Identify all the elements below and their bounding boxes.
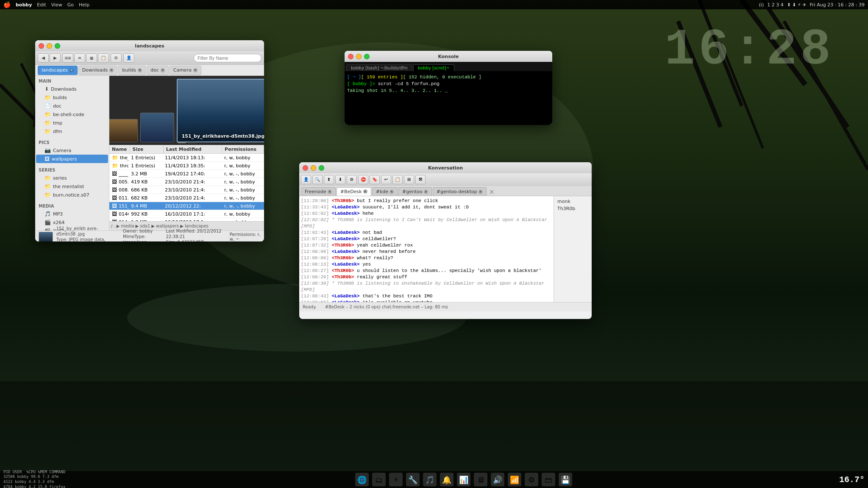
tab-kde-close[interactable]: × (389, 190, 394, 194)
col-date[interactable]: Last Modified (164, 145, 222, 153)
path-landscapes[interactable]: landscapes (185, 224, 209, 228)
dolphin-close-btn[interactable] (39, 43, 44, 49)
sidebar-item-tmp[interactable]: 📁 tmp (36, 119, 108, 127)
konsole-body[interactable]: [ ~ ][ 159 entries ][ 152 hidden, 0 exec… (345, 71, 552, 125)
forward-button[interactable]: ▶ (50, 53, 61, 63)
konversation-close-btn[interactable] (303, 165, 308, 171)
settings-button[interactable]: ⚙ (111, 53, 122, 63)
menubar-go[interactable]: Go (67, 2, 74, 8)
breadcrumb-doc-close[interactable]: × (161, 68, 165, 72)
chat-user-monk[interactable]: monk (556, 198, 590, 205)
taskbar-icon-12[interactable]: 💾 (559, 473, 572, 486)
dolphin-min-btn[interactable] (47, 43, 52, 49)
chat-grid-btn[interactable]: ⊞ (404, 175, 414, 184)
sidebar-item-doc[interactable]: 📄 doc (36, 102, 108, 110)
taskbar-icon-11[interactable]: 🗃 (542, 473, 555, 486)
menubar-help[interactable]: Help (79, 2, 89, 8)
menubar-view[interactable]: View (51, 2, 62, 8)
menubar-edit[interactable]: Edit (37, 2, 46, 8)
chat-nick-btn[interactable]: 👤 (301, 175, 311, 184)
chat-down-btn[interactable]: ⬇ (335, 175, 345, 184)
breadcrumb-landscapes-close[interactable]: × (70, 68, 74, 72)
path-media[interactable]: media (121, 224, 134, 228)
chat-bookmark-btn[interactable]: 🔖 (370, 175, 380, 184)
chat-messages-pane[interactable]: [11:29:00] <Th3R0b> but I really prefer … (299, 196, 554, 302)
breadcrumb-downloads-close[interactable]: × (109, 68, 114, 72)
taskbar-icon-2[interactable]: ⚡ (389, 473, 403, 486)
konsole-tab1[interactable]: bobby [bash] ~/builds/dfm (346, 64, 412, 71)
breadcrumb-landscapes[interactable]: landscapes × (38, 66, 78, 75)
taskbar-icon-10[interactable]: ⚙ (525, 473, 538, 486)
tab-kde[interactable]: #kde × (372, 187, 398, 196)
sidebar-item-downloads[interactable]: ⬇ Downloads (36, 85, 108, 93)
breadcrumb-doc[interactable]: doc × (147, 66, 169, 75)
column-view-button[interactable]: ▦ (86, 53, 97, 63)
dolphin-max-btn[interactable] (55, 43, 60, 49)
chat-settings-btn[interactable]: ⚙ (347, 175, 357, 184)
sidebar-item-the-mentalist[interactable]: 📁 the mentalist (36, 182, 108, 191)
konsole-min-btn[interactable] (356, 54, 362, 59)
menubar-appname[interactable]: bobby (16, 2, 32, 8)
file-row-5[interactable]: 🖼011.jpg 682 KB 23/10/2010 21:4: r, w, -… (109, 194, 264, 202)
file-row-2[interactable]: 🖼____164_2560_1600.jpg 3.2 MB 19/4/2012 … (109, 170, 264, 178)
file-row-8[interactable]: 🖼01447_banffnationalparkcanadianpacificr… (109, 218, 264, 221)
sidebar-item-builds[interactable]: 📁 builds (36, 93, 108, 102)
sidebar-item-mp3[interactable]: 🎵 MP3 (36, 210, 108, 218)
tab-gentoo-close[interactable]: × (424, 190, 428, 194)
taskbar-icon-4[interactable]: 🎵 (423, 473, 437, 486)
col-name[interactable]: Name (109, 145, 130, 153)
tab-gentoo[interactable]: #gentoo × (398, 187, 432, 196)
breadcrumb-camera-close[interactable]: × (193, 68, 198, 72)
chat-up-btn[interactable]: ⬆ (324, 175, 334, 184)
file-row-7[interactable]: 🖼01407_harboursunset_2560x1600.jpg 992 K… (109, 210, 264, 218)
konsole-tab2[interactable]: bobby [scrot]~ (413, 64, 454, 71)
konsole-max-btn[interactable] (364, 54, 370, 59)
apple-menu[interactable]: 🍎 (3, 1, 11, 8)
list-view-button[interactable]: ≡ (74, 53, 85, 63)
breadcrumb-camera[interactable]: Camera × (170, 66, 201, 75)
file-row-3[interactable]: 🖼005.jpg 419 KB 23/10/2010 21:4: r, w, -… (109, 178, 264, 186)
path-wallpapers[interactable]: wallpapers (156, 224, 179, 228)
filter-input[interactable] (194, 54, 262, 62)
breadcrumb-builds[interactable]: builds × (118, 66, 146, 75)
thumb-main-selected[interactable]: 151_by_eirikhavre-d5mtn38.jpg (177, 79, 264, 142)
konversation-min-btn[interactable] (311, 165, 316, 171)
chat-arrow-btn[interactable]: ↩ (381, 175, 391, 184)
tab-close-all-btn[interactable]: × (489, 188, 495, 196)
tab-bedesk[interactable]: #BeDesk × (337, 187, 371, 196)
detail-view-button[interactable]: 📋 (98, 53, 109, 63)
taskbar-icon-8[interactable]: 🔊 (491, 473, 504, 486)
breadcrumb-builds-close[interactable]: × (138, 68, 142, 72)
back-button[interactable]: ◀ (38, 53, 49, 63)
user-button[interactable]: 👤 (123, 53, 134, 63)
tab-freenode[interactable]: Freenode × (301, 187, 336, 196)
chat-search-btn[interactable]: 🔍 (312, 175, 323, 184)
col-size[interactable]: Size (130, 145, 164, 153)
thumb-4[interactable] (140, 113, 174, 142)
col-perm[interactable]: Permissions (222, 145, 264, 153)
file-row-1[interactable]: 📁through_the_clouds_wallpaper_pack_by_an… (109, 162, 264, 170)
taskbar-icon-7[interactable]: 🖥 (474, 473, 487, 486)
chat-block-btn[interactable]: ⛔ (358, 175, 368, 184)
file-row-0[interactable]: 📁the_southern_alps_by_photonfossil-d5qti… (109, 154, 264, 162)
taskbar-icon-3[interactable]: 🔧 (406, 473, 420, 486)
icon-view-button[interactable]: ⊞⊞ (62, 53, 73, 63)
thumbnail-view[interactable]: 151_by_eirikhavre-d5mtn38.jpg (109, 76, 264, 145)
taskbar-icon-0[interactable]: 🌐 (355, 473, 369, 486)
sidebar-item-dfm[interactable]: 📁 dfm (36, 127, 108, 136)
tab-gentoo-desktop[interactable]: #gentoo-desktop × (433, 187, 487, 196)
breadcrumb-downloads[interactable]: Downloads × (78, 66, 117, 75)
konversation-max-btn[interactable] (319, 165, 324, 171)
sidebar-item-be-shell-code[interactable]: 📁 be-shell-code (36, 110, 108, 119)
file-row-4[interactable]: 🖼008.jpg 686 KB 23/10/2010 21:4: r, w, -… (109, 186, 264, 194)
tab-bedesk-close[interactable]: × (363, 189, 367, 194)
taskbar-icon-1[interactable]: 🗂 (372, 473, 386, 486)
taskbar-icon-6[interactable]: 📊 (457, 473, 470, 486)
konsole-close-btn[interactable] (348, 54, 353, 59)
sidebar-item-wallpapers[interactable]: 🖼 wallpapers (36, 155, 108, 163)
file-row-selected[interactable]: 🖼151_by_eirikhavre-d5mtn38.jpg 9.4 MB 20… (109, 202, 264, 210)
chat-view-btn[interactable]: 📋 (392, 175, 403, 184)
sidebar-item-burn-notice[interactable]: 📁 burn.notice.s07 (36, 191, 108, 199)
sidebar-item-series[interactable]: 📁 series (36, 174, 108, 182)
chat-tools-btn[interactable]: 🛠 (415, 175, 426, 184)
